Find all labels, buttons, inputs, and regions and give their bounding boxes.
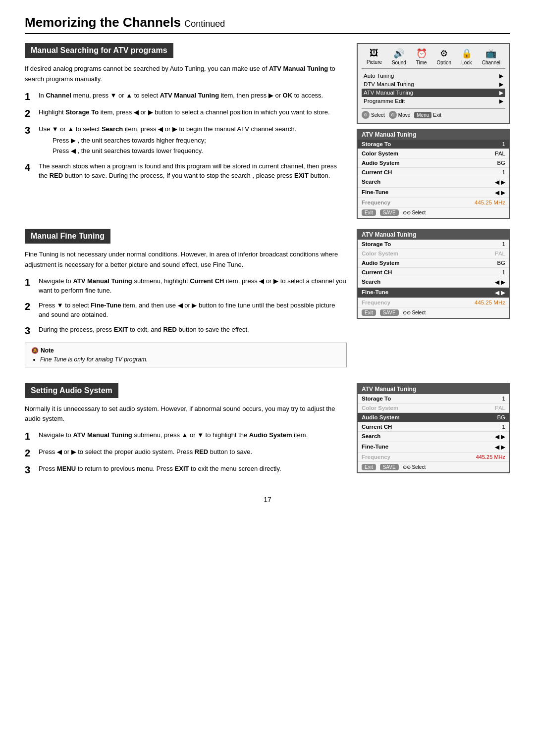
setting-audio-left: Setting Audio System Normally it is unne… [25, 383, 347, 481]
sa-step-2: 2 Press ◀ or ▶ to select the proper audi… [25, 447, 347, 459]
ft-step-3: 3 During the process, press EXIT to exit… [25, 325, 347, 337]
manual-searching-section: Manual Searching for ATV programs If des… [25, 43, 510, 219]
note-item: Fine Tune is only for analog TV program. [40, 356, 340, 363]
page-title: Memorizing the Channels Continued [25, 15, 510, 34]
ft-step-2: 2 Press ▼ to select Fine-Tune item, and … [25, 301, 347, 320]
setting-audio-intro: Normally it is unnecessary to set audio … [25, 404, 347, 425]
manual-fine-tuning-left: Manual Fine Tuning Fine Tuning is not ne… [25, 229, 347, 373]
note-box: 🔕 Note Fine Tune is only for analog TV p… [25, 343, 347, 367]
atv-panel-3: ATV Manual Tuning Storage To 1 Color Sys… [357, 383, 510, 473]
atv-fine-tune-2: Fine-Tune ◀ ▶ [358, 288, 509, 298]
select-btn-icon: ⊙ [362, 111, 370, 119]
menu-row-programme-edit: Programme Edit ▶ [362, 97, 505, 105]
note-icon: 🔕 [31, 347, 39, 354]
icon-channel: 📺 Channel [482, 48, 500, 65]
manual-searching-intro: If desired analog programs cannot be sea… [25, 64, 347, 85]
atv-fine-tune-1: Fine-Tune ◀ ▶ [358, 188, 509, 198]
icon-option: ⚙ Option [437, 48, 451, 65]
atv-audio-system-2: Audio System BG [358, 258, 509, 268]
manual-fine-tuning-intro: Fine Tuning is not necessary under norma… [25, 250, 347, 270]
atv-color-system-3: Color System PAL [358, 403, 509, 413]
move-btn-icon: ⊙ [389, 111, 397, 119]
tv-menu-box: 🖼 Picture 🔊 Sound ⏰ Time ⚙ Option 🔒 [357, 43, 510, 124]
atv-frequency-3: Frequency 445.25 MHz [358, 453, 509, 462]
icon-picture: 🖼 Picture [367, 48, 382, 65]
icon-lock: 🔒 Lock [461, 48, 472, 65]
manual-fine-tuning-section: Manual Fine Tuning Fine Tuning is not ne… [25, 229, 510, 373]
atv-fine-tune-3: Fine-Tune ◀ ▶ [358, 442, 509, 453]
setting-audio-right: ATV Manual Tuning Storage To 1 Color Sys… [357, 383, 510, 481]
manual-searching-steps: 1 In Channel menu, press ▼ or ▲ to selec… [25, 91, 347, 181]
atv-audio-system-1: Audio System BG [358, 158, 509, 168]
manual-searching-left: Manual Searching for ATV programs If des… [25, 43, 347, 219]
menu-footer: ⊙ Select ⊙ Move Menu Exit [362, 108, 505, 119]
atv-storage-to-1: Storage To 1 [358, 140, 509, 149]
atv-color-system-1: Color System PAL [358, 149, 509, 158]
manual-fine-tuning-right: ATV Manual Tuning Storage To 1 Color Sys… [357, 229, 510, 373]
atv-panel-1: ATV Manual Tuning Storage To 1 Color Sys… [357, 129, 510, 219]
manual-fine-tuning-header: Manual Fine Tuning [25, 229, 110, 244]
exit-btn: Menu [414, 112, 431, 118]
continued-label: Continued [184, 19, 225, 29]
atv-footer-2: Exit SAVE ⊙⊙ Select [358, 307, 509, 318]
atv-search-3: Search ◀ ▶ [358, 432, 509, 442]
ft-step-1: 1 Navigate to ATV Manual Tuning submenu,… [25, 276, 347, 296]
atv-footer-3: Exit SAVE ⊙⊙ Select [358, 462, 509, 472]
menu-icons: 🖼 Picture 🔊 Sound ⏰ Time ⚙ Option 🔒 [362, 48, 505, 69]
atv-current-ch-3: Current CH 1 [358, 422, 509, 432]
atv-panel-2: ATV Manual Tuning Storage To 1 Color Sys… [357, 229, 510, 319]
atv-audio-system-3: Audio System BG [358, 413, 509, 422]
icon-time: ⏰ Time [416, 48, 427, 65]
sa-step-1: 1 Navigate to ATV Manual Tuning submenu,… [25, 430, 347, 442]
menu-row-auto-tuning: Auto Tuning ▶ [362, 72, 505, 80]
setting-audio-steps: 1 Navigate to ATV Manual Tuning submenu,… [25, 430, 347, 476]
step-2: 2 Highlight Storage To item, press ◀ or … [25, 107, 347, 119]
title-text: Memorizing the Channels [25, 15, 181, 30]
atv-storage-to-3: Storage To 1 [358, 394, 509, 403]
atv-color-system-2: Color System PAL [358, 249, 509, 258]
atv-frequency-1: Frequency 445.25 MHz [358, 198, 509, 207]
fine-tuning-steps: 1 Navigate to ATV Manual Tuning submenu,… [25, 276, 347, 337]
setting-audio-section: Setting Audio System Normally it is unne… [25, 383, 510, 481]
atv-search-1: Search ◀ ▶ [358, 177, 509, 188]
menu-row-atv: ATV Manual Tuning ▶ [362, 89, 505, 97]
atv-current-ch-2: Current CH 1 [358, 268, 509, 277]
menu-row-dtv: DTV Manual Tuning ▶ [362, 80, 505, 89]
step-3: 3 Use ▼ or ▲ to select Search item, pres… [25, 124, 347, 156]
page-number: 17 [25, 496, 510, 504]
atv-current-ch-1: Current CH 1 [358, 168, 509, 177]
manual-searching-header: Manual Searching for ATV programs [25, 43, 173, 58]
atv-footer-1: Exit SAVE ⊙⊙ Select [358, 207, 509, 218]
atv-frequency-2: Frequency 445.25 MHz [358, 298, 509, 307]
atv-storage-to-2: Storage To 1 [358, 240, 509, 249]
icon-sound: 🔊 Sound [392, 48, 406, 65]
sa-step-3: 3 Press MENU to return to previous menu.… [25, 464, 347, 476]
manual-searching-right: 🖼 Picture 🔊 Sound ⏰ Time ⚙ Option 🔒 [357, 43, 510, 219]
setting-audio-header: Setting Audio System [25, 383, 118, 398]
step-4: 4 The search stops when a program is fou… [25, 161, 347, 181]
step-1: 1 In Channel menu, press ▼ or ▲ to selec… [25, 91, 347, 102]
atv-search-2: Search ◀ ▶ [358, 277, 509, 288]
